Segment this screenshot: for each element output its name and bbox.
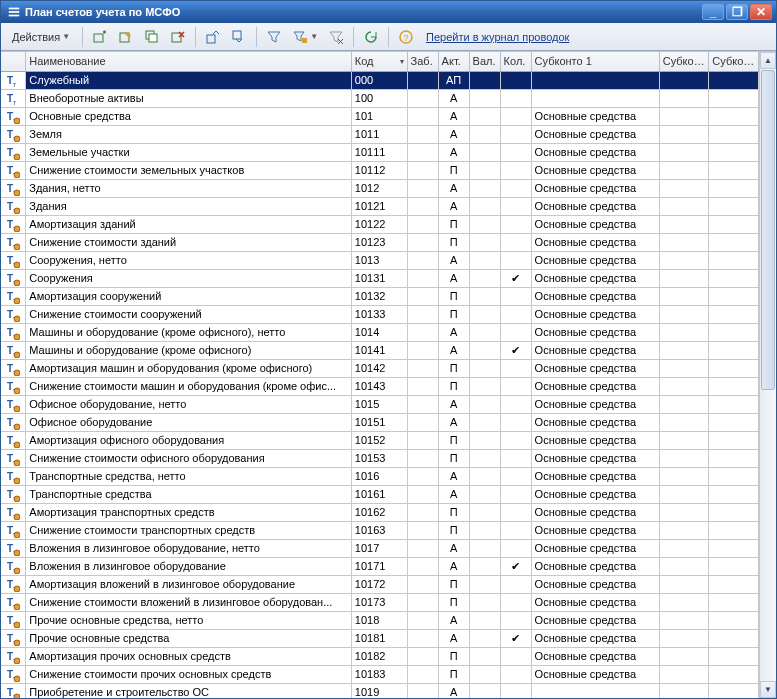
header-zab[interactable]: Заб.: [407, 52, 438, 71]
cell-code: 1016: [351, 467, 407, 485]
table-row[interactable]: TтОфисное оборудование10151АОсновные сре…: [1, 413, 759, 431]
table-row[interactable]: TтВложения в лизинговое оборудование1017…: [1, 557, 759, 575]
table-row[interactable]: TтТранспортные средства, нетто1016АОснов…: [1, 467, 759, 485]
table-row[interactable]: TтПриобретение и строительство ОС1019А: [1, 683, 759, 698]
cell-sub2: [659, 683, 709, 698]
table-row[interactable]: TтМашины и оборудование (кроме офисного)…: [1, 341, 759, 359]
minimize-button[interactable]: _: [702, 4, 724, 20]
table-row[interactable]: TтЗемельные участки10111АОсновные средст…: [1, 143, 759, 161]
vertical-scrollbar[interactable]: ▲ ▼: [759, 52, 776, 698]
header-kol[interactable]: Кол.: [500, 52, 531, 71]
table-row[interactable]: TтЗемля1011АОсновные средства: [1, 125, 759, 143]
copy-button[interactable]: [140, 26, 164, 48]
cell-sub3: [709, 251, 759, 269]
cell-name: Офисное оборудование: [26, 413, 352, 431]
cell-val: [469, 503, 500, 521]
cell-sub2: [659, 251, 709, 269]
header-name[interactable]: Наименование: [26, 52, 352, 71]
table-row[interactable]: TтСооружения, нетто1013АОсновные средств…: [1, 251, 759, 269]
cell-sub2: [659, 269, 709, 287]
edit-button[interactable]: [114, 26, 138, 48]
header-akt[interactable]: Акт.: [438, 52, 469, 71]
table-row[interactable]: TтСнижение стоимости вложений в лизингов…: [1, 593, 759, 611]
add-button[interactable]: [88, 26, 112, 48]
table-row[interactable]: TтПрочие основные средства10181А✔Основны…: [1, 629, 759, 647]
header-code[interactable]: Код▾: [351, 52, 407, 71]
refresh-button[interactable]: [359, 26, 383, 48]
table-row[interactable]: TтОсновные средства101АОсновные средства: [1, 107, 759, 125]
table-row[interactable]: TтСооружения10131А✔Основные средства: [1, 269, 759, 287]
table-row[interactable]: TтЗдания10121АОсновные средства: [1, 197, 759, 215]
cell-name: Снижение стоимости зданий: [26, 233, 352, 251]
cell-sub2: [659, 629, 709, 647]
cell-name: Снижение стоимости прочих основных средс…: [26, 665, 352, 683]
header-sub3[interactable]: Субкон...: [709, 52, 759, 71]
move-up-button[interactable]: [201, 26, 225, 48]
table-row[interactable]: TтАмортизация транспортных средств10162П…: [1, 503, 759, 521]
cell-name: Внеоборотные активы: [26, 89, 352, 107]
actions-menu[interactable]: Действия ▼: [5, 26, 77, 48]
check-icon: ✔: [511, 272, 520, 284]
cell-sub2: [659, 557, 709, 575]
table-row[interactable]: TтАмортизация машин и оборудования (кром…: [1, 359, 759, 377]
table-row[interactable]: TтАмортизация зданий10122ПОсновные средс…: [1, 215, 759, 233]
cell-sub3: [709, 557, 759, 575]
table-row[interactable]: TтТранспортные средства10161АОсновные ср…: [1, 485, 759, 503]
table-row[interactable]: TтВнеоборотные активы100А: [1, 89, 759, 107]
scroll-up-button[interactable]: ▲: [760, 52, 776, 69]
header-sub1[interactable]: Субконто 1: [531, 52, 659, 71]
cell-name: Машины и оборудование (кроме офисного): [26, 341, 352, 359]
table-row[interactable]: TтСнижение стоимости офисного оборудован…: [1, 449, 759, 467]
check-icon: ✔: [511, 560, 520, 572]
cell-kol: [500, 683, 531, 698]
table-row[interactable]: TтОфисное оборудование, нетто1015АОсновн…: [1, 395, 759, 413]
table-row[interactable]: TтВложения в лизинговое оборудование, не…: [1, 539, 759, 557]
scroll-track[interactable]: [760, 391, 776, 681]
table-row[interactable]: TтСнижение стоимости транспортных средст…: [1, 521, 759, 539]
table-row[interactable]: TтАмортизация сооружений10132ПОсновные с…: [1, 287, 759, 305]
svg-text:т: т: [13, 99, 17, 106]
help-button[interactable]: ?: [394, 26, 418, 48]
move-down-button[interactable]: [227, 26, 251, 48]
filter-by-button[interactable]: ▼: [288, 26, 322, 48]
cell-name: Амортизация сооружений: [26, 287, 352, 305]
filter-clear-button[interactable]: [324, 26, 348, 48]
table-row[interactable]: TтМашины и оборудование (кроме офисного)…: [1, 323, 759, 341]
table-row[interactable]: TтСлужебный000АП: [1, 71, 759, 89]
table-row[interactable]: TтСнижение стоимости зданий10123ПОсновны…: [1, 233, 759, 251]
row-icon-cell: Tт: [1, 251, 26, 269]
table-row[interactable]: TтАмортизация офисного оборудования10152…: [1, 431, 759, 449]
cell-zab: [407, 305, 438, 323]
header-val[interactable]: Вал.: [469, 52, 500, 71]
table-row[interactable]: TтАмортизация прочих основных средств101…: [1, 647, 759, 665]
table-row[interactable]: TтПрочие основные средства, нетто1018АОс…: [1, 611, 759, 629]
svg-point-70: [14, 424, 20, 430]
cell-sub3: [709, 71, 759, 89]
delete-button[interactable]: [166, 26, 190, 48]
table-row[interactable]: TтСнижение стоимости земельных участков1…: [1, 161, 759, 179]
cell-name: Амортизация офисного оборудования: [26, 431, 352, 449]
filter-button[interactable]: [262, 26, 286, 48]
table-row[interactable]: TтСнижение стоимости сооружений10133ПОсн…: [1, 305, 759, 323]
maximize-button[interactable]: ❐: [726, 4, 748, 20]
row-icon-cell: Tт: [1, 179, 26, 197]
header-icon[interactable]: [1, 52, 26, 71]
account-icon: Tт: [6, 128, 20, 142]
scroll-down-button[interactable]: ▼: [760, 681, 776, 698]
chevron-down-icon[interactable]: ▾: [400, 54, 404, 69]
table-row[interactable]: TтАмортизация вложений в лизинговое обор…: [1, 575, 759, 593]
journal-link[interactable]: Перейти в журнал проводок: [426, 31, 569, 43]
table-row[interactable]: TтСнижение стоимости прочих основных сре…: [1, 665, 759, 683]
close-button[interactable]: ✕: [750, 4, 772, 20]
svg-point-79: [14, 478, 20, 484]
table-row[interactable]: TтСнижение стоимости машин и оборудовани…: [1, 377, 759, 395]
header-sub2[interactable]: Субкон...: [659, 52, 709, 71]
cell-zab: [407, 323, 438, 341]
cell-akt: П: [438, 503, 469, 521]
table-row[interactable]: TтЗдания, нетто1012АОсновные средства: [1, 179, 759, 197]
cell-akt: А: [438, 251, 469, 269]
scroll-thumb[interactable]: [761, 70, 775, 390]
account-icon: Tт: [6, 344, 20, 358]
cell-code: 10173: [351, 593, 407, 611]
accounts-grid[interactable]: Наименование Код▾ Заб. Акт. Вал. Кол. Су…: [1, 52, 759, 698]
